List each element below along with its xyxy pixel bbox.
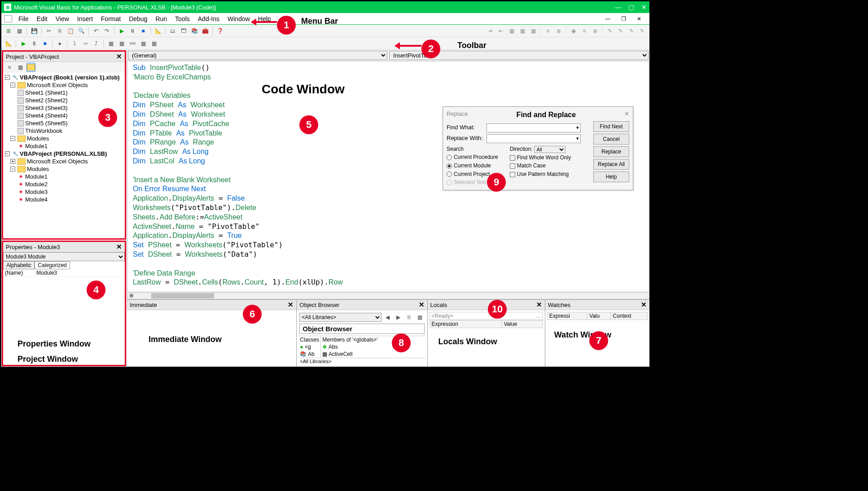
radio-current-procedure[interactable]: [447, 155, 452, 160]
menu-file[interactable]: File: [15, 14, 32, 23]
checkbox-whole-word[interactable]: [510, 155, 515, 161]
view-object-icon[interactable]: ▦: [16, 63, 25, 72]
code-editor[interactable]: Sub InsertPivotTable() 'Macro By ExcelCh…: [127, 61, 649, 292]
tab-alphabetic[interactable]: Alphabetic: [3, 261, 35, 269]
properties-icon[interactable]: 🗔: [179, 26, 188, 35]
tb-icon[interactable]: ✎: [627, 26, 636, 35]
view-def-icon[interactable]: ▦: [416, 313, 425, 322]
help-icon[interactable]: ❓: [215, 26, 224, 35]
tb-icon[interactable]: ▦: [518, 26, 527, 35]
cut-icon[interactable]: ✂: [44, 26, 53, 35]
replace-with-input[interactable]: [487, 134, 581, 143]
view-code-icon[interactable]: ≡: [5, 63, 14, 72]
close-icon[interactable]: ✕: [624, 110, 629, 120]
tb-icon[interactable]: ▦: [529, 26, 538, 35]
tb-icon[interactable]: ◉: [569, 26, 578, 35]
folder-toggle-icon[interactable]: [26, 63, 35, 72]
radio-current-project[interactable]: [447, 171, 452, 177]
menu-tools[interactable]: Tools: [171, 14, 193, 23]
find-next-button[interactable]: Find Next: [593, 121, 629, 132]
find-what-input[interactable]: [487, 123, 581, 132]
stop-icon[interactable]: ■: [40, 39, 49, 48]
tb-icon[interactable]: ✎: [638, 26, 647, 35]
close-button[interactable]: ✕: [641, 4, 647, 11]
tb-icon[interactable]: ✎: [616, 26, 625, 35]
mdi-restore[interactable]: ❐: [618, 15, 630, 23]
indent-icon[interactable]: ⇥: [486, 26, 495, 35]
design-icon[interactable]: 📐: [4, 39, 13, 48]
annotation-badge-5: 5: [299, 115, 318, 134]
close-icon[interactable]: ✕: [641, 301, 647, 309]
menu-insert[interactable]: Insert: [74, 14, 96, 23]
outdent-icon[interactable]: ⇤: [496, 26, 505, 35]
checkbox-pattern[interactable]: [510, 172, 515, 177]
immediate-input[interactable]: Immediate Window: [127, 310, 296, 367]
direction-select[interactable]: All: [534, 146, 566, 153]
find-icon[interactable]: 🔍: [77, 26, 86, 35]
paste-icon[interactable]: 📋: [66, 26, 75, 35]
mdi-close[interactable]: ✕: [633, 15, 645, 23]
tb-icon[interactable]: ✎: [605, 26, 614, 35]
breakpoint-icon[interactable]: ●: [55, 39, 64, 48]
tb-icon[interactable]: ▦: [507, 26, 516, 35]
close-icon[interactable]: ✕: [536, 301, 542, 309]
immediate-icon[interactable]: ▦: [117, 39, 126, 48]
close-icon[interactable]: ✕: [419, 301, 425, 309]
menu-format[interactable]: Format: [97, 14, 124, 23]
replace-button[interactable]: Replace: [593, 146, 629, 157]
save-icon[interactable]: 💾: [30, 26, 39, 35]
break-icon[interactable]: ⏸: [128, 26, 137, 35]
pause-icon[interactable]: ⏸: [30, 39, 39, 48]
redo-icon[interactable]: ↷: [102, 26, 111, 35]
menu-addins[interactable]: Add-Ins: [194, 14, 223, 23]
replace-all-button[interactable]: Replace All: [593, 159, 629, 170]
step-into-icon[interactable]: ⤵: [70, 39, 79, 48]
tb-icon[interactable]: ≣: [554, 26, 563, 35]
undo-icon[interactable]: ↶: [92, 26, 101, 35]
run-icon[interactable]: ▶: [19, 39, 28, 48]
properties-object-select[interactable]: Module3 Module: [3, 252, 125, 261]
step-over-icon[interactable]: ⤻: [81, 39, 90, 48]
back-icon[interactable]: ◀: [383, 313, 392, 322]
code-object-select[interactable]: (General): [128, 51, 387, 60]
tb-icon[interactable]: ≡: [544, 26, 552, 35]
menu-run[interactable]: Run: [152, 14, 171, 23]
watch-icon[interactable]: 👓: [128, 39, 137, 48]
menu-view[interactable]: View: [52, 14, 73, 23]
horizontal-scrollbar[interactable]: ≡: [127, 292, 649, 299]
copy-icon[interactable]: ⎘: [405, 313, 414, 322]
step-out-icon[interactable]: ⤴: [92, 39, 101, 48]
close-icon[interactable]: ✕: [116, 243, 122, 251]
property-name-value[interactable]: Module3: [35, 269, 59, 276]
reset-icon[interactable]: ■: [139, 26, 148, 35]
design-mode-icon[interactable]: 📐: [153, 26, 162, 35]
radio-current-module[interactable]: [447, 163, 452, 169]
mdi-minimize[interactable]: —: [601, 15, 614, 23]
locals-icon[interactable]: ▦: [106, 39, 115, 48]
checkbox-match-case[interactable]: [510, 163, 515, 169]
object-browser-icon[interactable]: 📚: [190, 26, 199, 35]
project-tree[interactable]: −🔧VBAProject (Book1 (version 1).xlsb) −M…: [3, 73, 125, 238]
callstack-icon[interactable]: ▦: [149, 39, 158, 48]
replace-tab[interactable]: Replace: [447, 110, 468, 120]
excel-return-icon[interactable]: ⊞: [4, 26, 13, 35]
quickwatch-icon[interactable]: ▦: [139, 39, 148, 48]
menu-edit[interactable]: Edit: [33, 14, 51, 23]
tab-categorized[interactable]: Categorized: [35, 261, 70, 269]
help-button[interactable]: Help: [593, 171, 629, 182]
insert-module-icon[interactable]: ▦: [15, 26, 24, 35]
toolbox-icon[interactable]: 🧰: [201, 26, 210, 35]
cancel-button[interactable]: Cancel: [593, 134, 629, 145]
tb-icon[interactable]: ≡: [580, 26, 589, 35]
copy-icon[interactable]: ⎘: [55, 26, 64, 35]
fwd-icon[interactable]: ▶: [394, 313, 403, 322]
project-explorer-icon[interactable]: 🗂: [168, 26, 177, 35]
run-icon[interactable]: ▶: [117, 26, 126, 35]
library-select[interactable]: <All Libraries>: [299, 313, 381, 322]
maximize-button[interactable]: ▢: [628, 4, 634, 11]
menu-debug[interactable]: Debug: [125, 14, 151, 23]
close-icon[interactable]: ✕: [288, 301, 294, 309]
minimize-button[interactable]: —: [615, 4, 621, 11]
close-icon[interactable]: ✕: [116, 53, 122, 61]
tb-icon[interactable]: ≣: [591, 26, 600, 35]
